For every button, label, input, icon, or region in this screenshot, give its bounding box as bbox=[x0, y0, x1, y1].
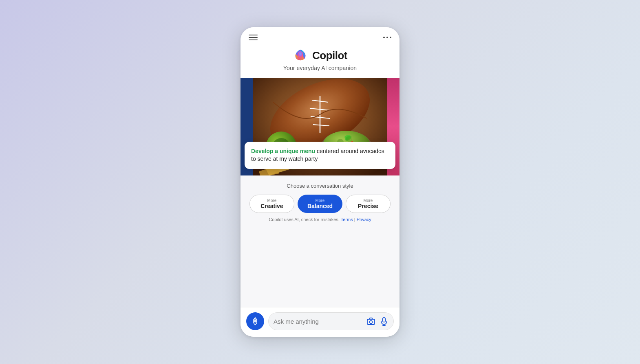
svg-rect-25 bbox=[383, 318, 386, 322]
creative-label: Creative bbox=[260, 203, 283, 209]
input-field-wrapper bbox=[268, 312, 394, 330]
precise-more-label: More bbox=[364, 198, 373, 203]
more-options-button[interactable] bbox=[383, 37, 391, 38]
conv-style-buttons: More Creative More Balanced More Precise bbox=[247, 195, 393, 213]
header-section: Copilot Your everyday AI companion bbox=[241, 44, 399, 78]
hamburger-menu-button[interactable] bbox=[249, 35, 258, 40]
style-precise-button[interactable]: More Precise bbox=[346, 195, 391, 213]
disclaimer: Copilot uses AI, check for mistakes. Ter… bbox=[265, 217, 375, 222]
copilot-logo-row: Copilot bbox=[293, 48, 347, 63]
conversation-style-section: Choose a conversation style More Creativ… bbox=[241, 175, 399, 227]
balanced-label: Balanced bbox=[307, 203, 333, 209]
suggestion-highlight: Develop a unique menu bbox=[251, 148, 315, 154]
svg-point-24 bbox=[370, 321, 373, 324]
style-creative-button[interactable]: More Creative bbox=[249, 195, 294, 213]
phone-frame: Copilot Your everyday AI companion bbox=[241, 27, 399, 337]
copilot-logo-icon bbox=[293, 48, 308, 63]
precise-label: Precise bbox=[358, 203, 378, 209]
microphone-button[interactable] bbox=[380, 317, 388, 326]
input-icons bbox=[366, 317, 388, 326]
creative-more-label: More bbox=[267, 198, 277, 203]
balanced-more-label: More bbox=[316, 198, 325, 203]
copilot-btn-icon bbox=[250, 316, 260, 326]
suggestion-card: Develop a unique menu centered around av… bbox=[245, 142, 395, 169]
input-bar bbox=[241, 307, 399, 337]
disclaimer-text: Copilot uses AI, check for mistakes. bbox=[269, 217, 340, 222]
camera-icon bbox=[366, 317, 375, 326]
terms-link[interactable]: Terms bbox=[341, 217, 353, 222]
copilot-action-button[interactable] bbox=[246, 312, 264, 330]
privacy-link[interactable]: Privacy bbox=[357, 217, 371, 222]
top-bar bbox=[241, 27, 399, 44]
chat-input[interactable] bbox=[274, 318, 366, 325]
camera-button[interactable] bbox=[366, 317, 375, 326]
carousel-area: Develop a unique menu centered around av… bbox=[241, 78, 399, 175]
suggestion-text: Develop a unique menu centered around av… bbox=[251, 148, 384, 162]
conv-style-label: Choose a conversation style bbox=[287, 183, 353, 189]
app-title: Copilot bbox=[312, 49, 347, 62]
microphone-icon bbox=[380, 317, 388, 326]
style-balanced-button[interactable]: More Balanced bbox=[298, 195, 342, 213]
app-subtitle: Your everyday AI companion bbox=[283, 65, 357, 71]
